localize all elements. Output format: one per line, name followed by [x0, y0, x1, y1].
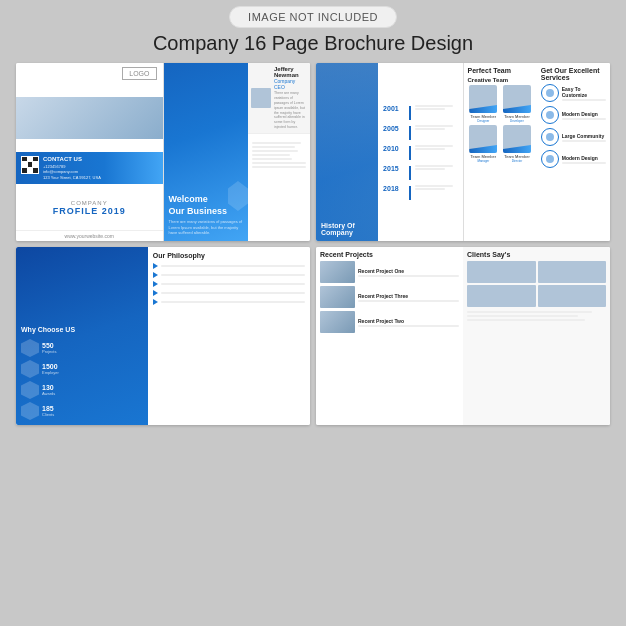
ceo-bar: Jeffery Newman Company CEO There are man…	[248, 63, 310, 134]
service-icon	[541, 150, 559, 168]
member-role: Director	[512, 159, 523, 163]
project-info: Recent Project Two	[358, 318, 459, 327]
arrow-icon	[153, 272, 158, 278]
year-2010: 2010	[383, 145, 405, 152]
ceo-info: Jeffery Newman Company CEO There are man…	[274, 66, 307, 130]
service-text: Modern Design	[562, 155, 606, 164]
services-title: Get Our Excellent Services	[541, 67, 606, 81]
icon-inner	[546, 111, 554, 119]
project-title: Recent Project Two	[358, 318, 459, 324]
stat-awards: 130 Awards	[21, 381, 143, 399]
timeline-item: 2018	[383, 185, 457, 200]
member-role: Designer	[477, 119, 489, 123]
image-not-included-badge: IMAGE NOT INCLUDED	[229, 6, 397, 28]
stat-number: 550	[42, 342, 56, 349]
services-section: Get Our Excellent Services Easy To Custo…	[537, 63, 610, 241]
text-line	[467, 311, 592, 313]
ceo-photo	[251, 88, 271, 108]
ceo-bio: There are many variations of passages of…	[274, 91, 307, 130]
text-line	[415, 145, 453, 147]
text-line	[252, 142, 301, 144]
stat-clients: 185 Clients	[21, 402, 143, 420]
icon-inner	[546, 133, 554, 141]
stat-number: 130	[42, 384, 55, 391]
project-title: Recent Project One	[358, 268, 459, 274]
page-history: History OfCompany 2001 2005	[316, 63, 463, 241]
year-2005: 2005	[383, 125, 405, 132]
stat-label: Clients	[42, 412, 54, 417]
member-photo	[503, 85, 531, 113]
year-2015: 2015	[383, 165, 405, 172]
page-contact: LOGO CONTACT US +123456789 info@company.…	[16, 63, 163, 241]
page-team-services: Perfect Team Creative Team Team Member D…	[464, 63, 611, 241]
text-line	[161, 301, 305, 303]
philosophy-item	[153, 281, 305, 287]
member-photo	[469, 125, 497, 153]
page-title: Company 16 Page Brochure Design	[153, 32, 473, 55]
arrow-icon	[153, 290, 158, 296]
timeline-bar	[409, 126, 411, 140]
service-icon	[541, 84, 559, 102]
icon-inner	[546, 89, 554, 97]
client-photo	[538, 285, 607, 307]
text-line	[415, 128, 445, 130]
website-footer: www.yourwebsite.com	[16, 230, 163, 241]
service-item: Modern Design	[541, 106, 606, 124]
project-info: Recent Project One	[358, 268, 459, 277]
stat-info: 1500 Employer	[42, 363, 59, 375]
team-member: Team Member Manager	[468, 125, 500, 163]
service-name: Large Community	[562, 133, 606, 139]
stat-label: Projects	[42, 349, 56, 354]
stat-label: Employer	[42, 370, 59, 375]
projects-list: Recent Project One Recent Project Three	[320, 261, 459, 333]
client-photos-grid	[467, 261, 606, 307]
logo-area: LOGO	[16, 63, 163, 84]
stat-info: 550 Projects	[42, 342, 56, 354]
stat-employer: 1500 Employer	[21, 360, 143, 378]
service-icon	[541, 106, 559, 124]
spread-contact-profile: LOGO CONTACT US +123456789 info@company.…	[16, 63, 310, 241]
timeline-text	[415, 165, 457, 171]
member-photo	[469, 85, 497, 113]
hex-icon	[21, 360, 39, 378]
text-line	[415, 188, 445, 190]
contact-bar: CONTACT US +123456789 info@company.com 1…	[16, 152, 163, 185]
timeline-item: 2001	[383, 105, 457, 120]
service-desc	[562, 99, 606, 101]
welcome-content	[248, 134, 310, 241]
member-role: Manager	[477, 159, 489, 163]
page-why-philosophy: Why Choose US 550 Projects 1500 Emplo	[16, 247, 310, 425]
stat-label: Awards	[42, 391, 55, 396]
project-image	[320, 261, 355, 283]
page-welcome: WelcomeOur Business There are many varia…	[164, 63, 311, 241]
profile-label: FROFILE 2019	[18, 206, 161, 216]
year-2001: 2001	[383, 105, 405, 112]
team-member: Team Member Designer	[468, 85, 500, 123]
service-text: Modern Design	[562, 111, 606, 120]
hex-icon	[21, 381, 39, 399]
text-line	[252, 166, 306, 168]
text-line	[467, 319, 585, 321]
creative-team-label: Creative Team	[468, 77, 533, 83]
text-line	[161, 283, 305, 285]
service-name: Modern Design	[562, 111, 606, 117]
timeline-bar	[409, 186, 411, 200]
text-line	[467, 315, 578, 317]
text-line	[358, 300, 459, 302]
stat-number: 1500	[42, 363, 59, 370]
philosophy-section: Our Philosophy	[148, 247, 310, 425]
icon-inner	[546, 155, 554, 163]
timeline-bar	[409, 166, 411, 180]
content-lines	[252, 142, 306, 168]
team-grid: Team Member Designer Team Member Develop…	[468, 85, 533, 163]
photo-overlay	[469, 105, 497, 113]
service-text: Easy To Customize	[562, 86, 606, 101]
text-line	[252, 158, 293, 160]
page-projects-clients: Recent Projects Recent Project One Recen…	[316, 247, 610, 425]
arrow-icon	[153, 299, 158, 305]
text-line	[252, 150, 298, 152]
text-line	[252, 146, 295, 148]
timeline-item: 2010	[383, 145, 457, 160]
spread-history-team: History OfCompany 2001 2005	[316, 63, 610, 241]
why-title: Why Choose US	[21, 325, 143, 334]
